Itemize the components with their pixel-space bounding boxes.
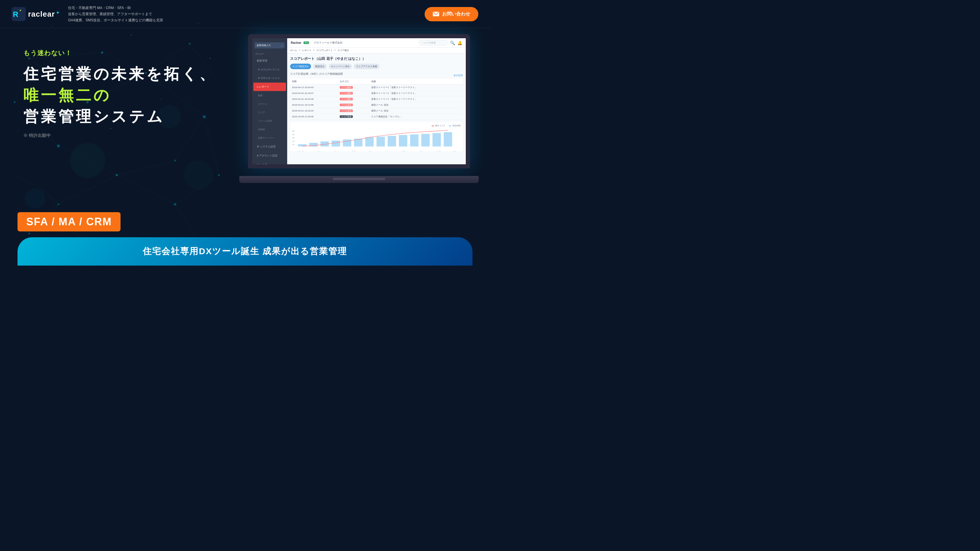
header-left: R + raclear + 住宅・不動産専門 MA・CRM・SFA・BI 追客か… [12, 5, 163, 23]
svg-rect-62 [332, 141, 340, 147]
mail-icon [433, 12, 439, 16]
col-category: カテゴリ [338, 79, 369, 84]
sfa-label-container: SFA / MA / CRM [18, 212, 473, 231]
tab-confirmed[interactable]: 確認済み [313, 64, 327, 69]
tab-score[interactable]: スコア確認済み [290, 64, 311, 69]
badge-mail-open2: メール開封 [340, 92, 353, 94]
hero-subtitle: もう迷わない！ [23, 49, 257, 57]
sidebar-item-assign[interactable]: ▶ 担当を割り当てる [253, 66, 286, 73]
table-row: 2019-04-01 19:19:24 メール送信 個別メール 送信 [290, 108, 463, 114]
hero-title-line2: 唯一無二の [23, 84, 257, 106]
sidebar-item-customer[interactable]: 顧客管理 [253, 57, 286, 65]
bottom-desc-text: 住宅会社専用DXツール誕生 成果が出る営業管理 [35, 245, 455, 257]
x-label: 9月下旬 [401, 151, 407, 151]
badge-mail-open: メール開封 [340, 86, 353, 89]
badge-mail-send: メール送信 [340, 104, 353, 106]
sidebar-item-form[interactable]: フォーム回答 [253, 117, 286, 125]
sidebar-item-account[interactable]: ● アカウント設定 [253, 151, 286, 160]
sidebar-item-overview[interactable]: 概要 [253, 92, 286, 100]
sidebar-item-score[interactable]: スコア [253, 108, 286, 116]
dash-pro-badge: Pro [304, 41, 309, 44]
col-date: 日時 [290, 79, 338, 84]
x-label: 10月下旬 [435, 151, 442, 151]
logo-plus: + [56, 10, 59, 16]
laptop-container: 顧客情報入力 ⌕ メニュー 顧客管理 ▶ 担当を割り当てる ▶ 顧客を並べかえる… [239, 34, 479, 186]
laptop-base [239, 176, 479, 183]
dash-bell-icon[interactable]: 🔔 [457, 41, 462, 45]
dash-search-icon[interactable]: 🔍 [450, 41, 455, 45]
x-label: 10月下旬 [350, 151, 357, 151]
logo-icon: R + [12, 7, 26, 21]
chart-legend: 累計スコア 滞在時間 [293, 124, 461, 127]
breadcrumb-report: レポート [302, 49, 312, 52]
sidebar-item-help[interactable]: ? ヘルプ [253, 161, 286, 164]
contact-button[interactable]: お問い合わせ [425, 7, 478, 21]
laptop-mockup: 顧客情報入力 ⌕ メニュー 顧客管理 ▶ 担当を割り当てる ▶ 顧客を並べかえる… [239, 34, 479, 186]
svg-text:18: 18 [293, 134, 294, 135]
breadcrumb-edit: スコア修正 [337, 49, 349, 52]
tagline-line2: 追客から営業管理、業績管理、アフターサポートまで [68, 11, 163, 17]
dashboard: 顧客情報入力 ⌕ メニュー 顧客管理 ▶ 担当を割り当てる ▶ 顧客を並べかえる… [252, 38, 466, 164]
hero-title-line1: 住宅営業の未来を拓く、 [23, 63, 257, 84]
badge-score-change: スコア変更 [340, 115, 353, 118]
breadcrumb-score: スコアレポート [317, 49, 333, 52]
x-label: 10月中旬 [332, 151, 339, 151]
dash-tabs: スコア確認済み 確認済み キャンペーン済み ウェブアクセス未確 [290, 64, 463, 69]
x-label: 最新 [453, 151, 456, 151]
dashboard-header: Raclear Pro グロフィールド株式会社 ヘルプを検索 🔍 🔔 [287, 38, 466, 48]
hero-note: ※ 特許出願中 [23, 133, 257, 139]
dash-logo: Raclear [291, 41, 301, 45]
hero-left: もう迷わない！ 住宅営業の未来を拓く、 唯一無二の 営業管理システム ※ 特許出… [23, 40, 257, 139]
chart-svg: 20 18 16 14 12 [293, 128, 461, 149]
dash-header-right: ヘルプを検索 🔍 🔔 [418, 40, 462, 46]
sidebar-menu-label: メニュー [252, 51, 287, 56]
col-content: 内容 [369, 79, 463, 84]
x-label: 9月中旬 [384, 151, 390, 151]
bottom-desc: 住宅会社専用DXツール誕生 成果が出る営業管理 [18, 237, 473, 266]
tab-campaign[interactable]: キャンペーン済み [329, 64, 352, 69]
sidebar-item-stage[interactable]: ステージ [253, 100, 286, 108]
svg-rect-67 [388, 136, 396, 146]
logo-wordmark: raclear [28, 10, 55, 18]
sidebar-item-system[interactable]: ⚙ システム設定 [253, 142, 286, 151]
svg-text:16: 16 [293, 137, 294, 139]
show-more-btn[interactable]: 表示切替 [453, 74, 463, 77]
sidebar-item-card[interactable]: 名刺追 [253, 126, 286, 133]
sidebar-item-story[interactable]: 追客ストーリー [253, 134, 286, 142]
tagline-line3: GA4連携、SMS送信、ポータルサイト連携などの機能も充実 [68, 18, 163, 23]
svg-text:20: 20 [293, 130, 294, 132]
badge-mail-open3: メール開封 [340, 98, 353, 100]
dashboard-content: スコアレポート（山田 花子（やまだ はなこ）） スコア確認済み 確認済み キャン… [287, 53, 466, 164]
contact-btn-label: お問い合わせ [442, 11, 470, 17]
table-row: 2019-04-02 20:18:57 メール開封 追客ストーリー1「追客ストー… [290, 91, 463, 96]
dash-section-title: スコア計算結果（30日）のスコア推移確認歴 [290, 72, 343, 76]
legend-dot-red [432, 126, 434, 126]
svg-text:12: 12 [293, 143, 294, 145]
table-row: 2019-10-09 11:25:00 スコア変更 スコア連絡設定「サンプル」 [290, 114, 463, 119]
logo-text-container: raclear + [28, 10, 59, 19]
header: R + raclear + 住宅・不動産専門 MA・CRM・SFA・BI 追客か… [0, 0, 490, 28]
dash-search-input[interactable]: ヘルプを検索 [418, 40, 448, 46]
x-label: 10月初旬 [417, 151, 425, 151]
sidebar-item-sort[interactable]: ▶ 顧客を並べかえる [253, 74, 286, 82]
tab-web[interactable]: ウェブアクセス未確 [354, 64, 379, 69]
dash-table: 日時 カテゴリ 内容 2019-04-13 10:04:43 メール開封 [290, 79, 463, 119]
svg-rect-65 [365, 137, 374, 147]
svg-text:14: 14 [293, 140, 294, 142]
svg-rect-66 [377, 137, 385, 147]
svg-rect-69 [410, 135, 418, 147]
svg-text:R: R [13, 10, 18, 19]
laptop-screen: 顧客情報入力 ⌕ メニュー 顧客管理 ▶ 担当を割り当てる ▶ 顧客を並べかえる… [248, 34, 470, 169]
table-row: 2019-04-01 19:25:40 メール開封 追客ストーリー1「追客ストー… [290, 96, 463, 102]
dashboard-sidebar: 顧客情報入力 ⌕ メニュー 顧客管理 ▶ 担当を割り当てる ▶ 顧客を並べかえる… [252, 38, 287, 164]
svg-text:+: + [19, 8, 22, 13]
sidebar-item-report[interactable]: L レポート [253, 83, 286, 91]
breadcrumb-home: ホーム [290, 49, 297, 52]
table-row: 2019-04-13 10:04:43 メール開封 追客ストーリー1「追客ストー… [290, 84, 463, 91]
x-label: 10月初旬 [314, 151, 321, 151]
dash-chart: 累計スコア 滞在時間 20 [290, 122, 463, 151]
sidebar-search: 顧客情報入力 [257, 44, 271, 47]
dash-breadcrumb: ホーム > レポート > スコアレポート > スコア修正 [287, 48, 466, 53]
x-label: 初回対応 [297, 151, 304, 151]
logo[interactable]: R + raclear + [12, 7, 59, 21]
